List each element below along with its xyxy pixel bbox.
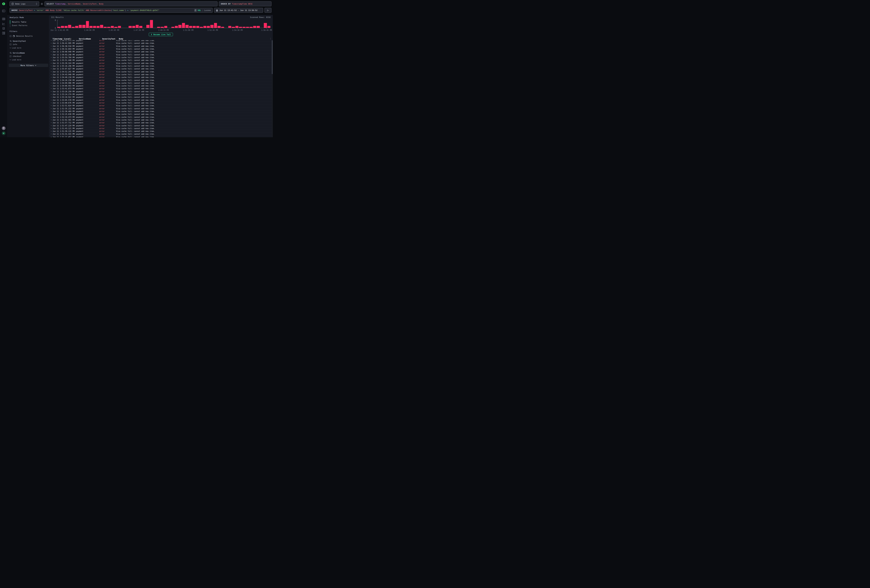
expand-row-chevron-icon[interactable]: > xyxy=(50,71,52,73)
histogram-bar[interactable] xyxy=(178,25,181,28)
expand-row-chevron-icon[interactable]: > xyxy=(50,94,52,95)
table-row[interactable]: >Jun 11 1:54:09.906 PMpaymenterrorVisa c… xyxy=(49,82,273,85)
load-more-servicename[interactable]: Load more xyxy=(10,58,49,61)
load-more-severitytext[interactable]: Load more xyxy=(10,47,49,49)
table-row[interactable]: >Jun 11 1:53:00.676 PMpaymenterrorVisa c… xyxy=(49,101,273,104)
histogram-bar[interactable] xyxy=(196,26,199,28)
expand-row-chevron-icon[interactable]: > xyxy=(50,111,52,112)
table-row[interactable]: >Jun 11 1:54:52.241 PMpaymenterrorVisa c… xyxy=(49,70,273,73)
col-header-timestamp[interactable]: Timestamp (Local) xyxy=(52,38,76,40)
expand-row-chevron-icon[interactable]: > xyxy=(50,79,52,81)
histogram-bar[interactable] xyxy=(210,25,213,28)
table-row[interactable]: >Jun 11 1:51:22.457 PMpaymenterrorVisa c… xyxy=(49,136,273,137)
expand-row-chevron-icon[interactable]: > xyxy=(50,48,52,50)
table-row[interactable]: >Jun 11 1:52:25.630 PMpaymenterrorVisa c… xyxy=(49,113,273,116)
histogram-bar[interactable] xyxy=(228,26,231,28)
expand-row-chevron-icon[interactable]: > xyxy=(50,125,52,127)
histogram-bar[interactable] xyxy=(61,26,64,28)
table-row[interactable]: >Jun 11 1:56:08.948 PMpaymenterrorVisa c… xyxy=(49,51,273,53)
expand-row-chevron-icon[interactable]: > xyxy=(50,102,52,104)
denoise-checkbox[interactable] xyxy=(10,35,12,37)
expand-row-chevron-icon[interactable]: > xyxy=(50,74,52,75)
histogram-bar[interactable] xyxy=(218,26,220,28)
where-input[interactable]: WHERE SeverityText = 'error' AND Body IL… xyxy=(10,8,213,13)
client-sessions-icon[interactable] xyxy=(2,27,5,30)
expand-row-chevron-icon[interactable]: > xyxy=(50,51,52,52)
expand-row-chevron-icon[interactable]: > xyxy=(50,82,52,84)
resume-live-tail-button[interactable]: Resume Live Tail xyxy=(149,33,173,36)
histogram-bar[interactable] xyxy=(235,26,238,28)
table-row[interactable]: >Jun 11 1:52:30.469 PMpaymenterrorVisa c… xyxy=(49,110,273,113)
expand-row-chevron-icon[interactable]: > xyxy=(50,122,52,124)
table-row[interactable]: >Jun 11 1:55:07.827 PMpaymenterrorVisa c… xyxy=(49,67,273,70)
histogram-bar[interactable] xyxy=(203,26,206,28)
analysis-mode-results-table[interactable]: Results Table xyxy=(10,20,49,24)
histogram-bar[interactable] xyxy=(89,26,92,28)
denoise-results-toggle[interactable]: Denoise Results xyxy=(10,34,49,37)
expand-row-chevron-icon[interactable]: > xyxy=(50,119,52,121)
expand-row-chevron-icon[interactable]: > xyxy=(50,91,52,92)
log-search-icon[interactable] xyxy=(2,18,5,20)
histogram-bar[interactable] xyxy=(253,26,256,28)
source-settings-gear-icon[interactable] xyxy=(40,3,43,5)
expand-row-chevron-icon[interactable]: > xyxy=(50,108,52,109)
panel-toggle-icon[interactable] xyxy=(2,10,5,12)
table-options-kebab-icon[interactable]: ⋮ xyxy=(270,37,271,40)
table-row[interactable]: >Jun 11 1:56:42.995 PMpaymenterrorVisa c… xyxy=(49,42,273,45)
facet-name-label[interactable]: SeverityText xyxy=(13,40,26,42)
more-filters-button[interactable]: More filters xyxy=(9,64,48,67)
column-resize-handle-icon[interactable]: ⋮ xyxy=(116,38,117,40)
table-row[interactable]: >Jun 11 1:53:41.873 PMpaymenterrorVisa c… xyxy=(49,87,273,90)
histogram-bar[interactable] xyxy=(146,25,149,28)
expand-row-chevron-icon[interactable]: > xyxy=(50,54,52,55)
histogram-bar[interactable] xyxy=(185,25,188,28)
histogram-bar[interactable] xyxy=(264,23,267,28)
expand-row-chevron-icon[interactable]: > xyxy=(50,105,52,106)
expand-row-chevron-icon[interactable]: > xyxy=(50,42,52,44)
table-row[interactable]: >Jun 11 1:54:43.948 PMpaymenterrorVisa c… xyxy=(49,73,273,76)
expand-row-chevron-icon[interactable]: > xyxy=(50,60,52,61)
checkout-checkbox[interactable] xyxy=(10,55,12,57)
histogram-bar[interactable] xyxy=(64,26,67,28)
expand-row-chevron-icon[interactable]: > xyxy=(50,116,52,118)
table-row[interactable]: >Jun 11 1:53:05.578 PMpaymenterrorVisa c… xyxy=(49,99,273,101)
order-by-input[interactable]: ORDER BY TimestampTime DESC xyxy=(219,1,271,6)
histogram-bar[interactable] xyxy=(100,25,103,28)
histogram-bar[interactable] xyxy=(136,25,139,28)
expand-row-chevron-icon[interactable]: > xyxy=(50,113,52,115)
run-query-button[interactable]: ▷ xyxy=(264,8,271,13)
histogram-bar[interactable] xyxy=(75,26,78,28)
col-header-servicename[interactable]: ⋮ ServiceName xyxy=(76,38,99,40)
expand-row-chevron-icon[interactable]: > xyxy=(50,131,52,132)
expand-row-chevron-icon[interactable]: > xyxy=(50,57,52,58)
expand-row-chevron-icon[interactable]: > xyxy=(50,68,52,70)
histogram-bar[interactable] xyxy=(150,20,153,28)
histogram-bar[interactable] xyxy=(214,23,217,28)
table-row[interactable]: >Jun 11 1:54:40.218 PMpaymenterrorVisa c… xyxy=(49,76,273,79)
table-row[interactable]: >Jun 11 1:53:26.250 PMpaymenterrorVisa c… xyxy=(49,90,273,93)
scrollbar-thumb[interactable] xyxy=(272,40,273,74)
table-row[interactable]: >Jun 11 1:51:57.712 PMpaymenterrorVisa c… xyxy=(49,121,273,124)
table-row[interactable]: >Jun 11 1:53:10.922 PMpaymenterrorVisa c… xyxy=(49,96,273,99)
column-resize-handle-icon[interactable]: ⋮ xyxy=(99,38,101,40)
col-header-severitytext[interactable]: ⋮ SeverityText xyxy=(99,38,116,40)
table-row[interactable]: >Jun 11 1:52:02.581 PMpaymenterrorVisa c… xyxy=(49,119,273,121)
expand-row-chevron-icon[interactable]: > xyxy=(50,45,52,47)
histogram-bar[interactable] xyxy=(86,21,89,28)
table-row[interactable]: >Jun 11 1:52:35.232 PMpaymenterrorVisa c… xyxy=(49,107,273,110)
lucene-mode-option[interactable]: Lucene xyxy=(204,9,211,11)
sql-mode-option[interactable]: SQL xyxy=(198,9,201,11)
column-resize-handle-icon[interactable]: ⋮ xyxy=(76,38,77,40)
expand-row-chevron-icon[interactable]: > xyxy=(50,40,52,41)
help-button[interactable]: ? xyxy=(2,126,6,130)
expand-row-chevron-icon[interactable]: > xyxy=(50,133,52,135)
col-header-body[interactable]: ⋮ Body xyxy=(116,38,273,40)
table-row[interactable]: >Jun 11 1:55:59.760 PMpaymenterrorVisa c… xyxy=(49,56,273,59)
filter-option-info[interactable]: info xyxy=(10,43,49,46)
user-avatar[interactable]: U xyxy=(2,131,6,135)
table-row[interactable]: >Jun 11 1:55:39.324 PMpaymenterrorVisa c… xyxy=(49,62,273,65)
histogram-bar[interactable] xyxy=(139,26,142,28)
table-row[interactable]: >Jun 11 1:54:06.953 PMpaymenterrorVisa c… xyxy=(49,85,273,87)
histogram-bar[interactable] xyxy=(132,26,135,28)
filter-option-checkout[interactable]: checkout xyxy=(10,55,49,58)
